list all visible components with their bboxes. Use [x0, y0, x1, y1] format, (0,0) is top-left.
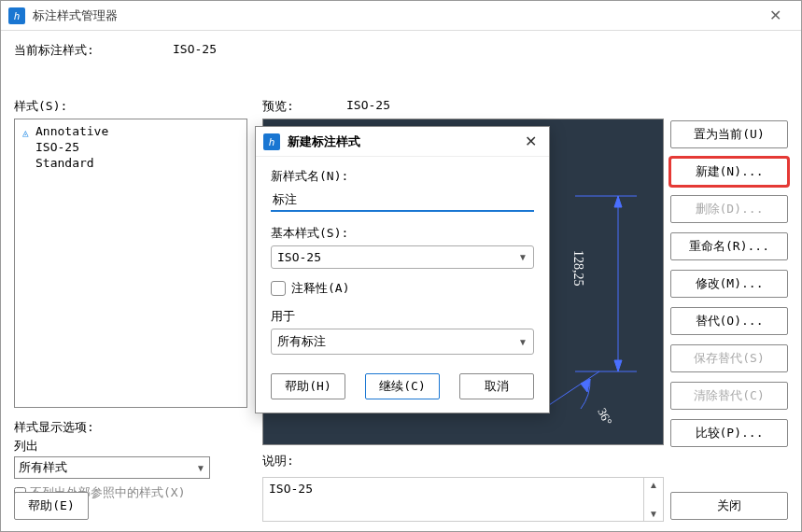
dialog-cancel-button[interactable]: 取消 — [459, 373, 534, 399]
base-style-label: 基本样式(S): — [271, 225, 534, 242]
current-style-label: 当前标注样式: — [14, 42, 173, 59]
window-close-button[interactable]: ✕ — [756, 7, 794, 24]
preview-label: 预览: — [262, 98, 346, 115]
chevron-down-icon: ▼ — [518, 337, 528, 347]
save-override-button: 保存替代(S) — [670, 344, 788, 372]
delete-button: 删除(D)... — [670, 195, 788, 223]
help-bottom-button[interactable]: 帮助(E) — [14, 492, 89, 520]
use-for-label: 用于 — [271, 308, 534, 325]
close-button[interactable]: 关闭 — [670, 492, 788, 520]
description-box: ISO-25 — [262, 477, 643, 522]
dialog-close-button[interactable]: ✕ — [519, 133, 542, 150]
use-for-select[interactable]: 所有标注 ▼ — [271, 329, 534, 355]
annotative-label: 注释性(A) — [291, 280, 349, 297]
chevron-down-icon: ▼ — [196, 463, 205, 473]
scroll-down-icon[interactable]: ▼ — [649, 509, 658, 519]
angle-text: 36° — [595, 406, 614, 427]
dim-text: 128,25 — [571, 250, 585, 287]
new-button[interactable]: 新建(N)... — [670, 158, 788, 186]
list-filter-value: 所有样式 — [19, 459, 67, 476]
annotative-icon: ◬ — [22, 127, 34, 138]
styles-label: 样式(S): — [14, 98, 247, 115]
styles-listbox[interactable]: ◬Annotative ISO-25 Standard — [14, 119, 247, 408]
list-item[interactable]: Standard — [21, 155, 241, 171]
description-label: 说明: — [262, 453, 661, 469]
set-current-button[interactable]: 置为当前(U) — [670, 120, 788, 148]
description-scrollbar[interactable]: ▲ ▼ — [643, 477, 664, 522]
modify-button[interactable]: 修改(M)... — [670, 270, 788, 298]
annotative-checkbox[interactable]: 注释性(A) — [271, 280, 534, 297]
override-button[interactable]: 替代(O)... — [670, 307, 788, 335]
svg-line-5 — [543, 371, 599, 409]
dialog-continue-button[interactable]: 继续(C) — [365, 373, 440, 399]
scroll-up-icon[interactable]: ▲ — [649, 480, 658, 490]
svg-marker-3 — [614, 196, 622, 207]
dialog-help-button[interactable]: 帮助(H) — [271, 373, 345, 399]
window-title: 标注样式管理器 — [33, 7, 756, 24]
svg-marker-6 — [581, 379, 590, 392]
clear-override-button: 清除替代(C) — [670, 382, 788, 410]
base-style-select[interactable]: ISO-25 ▼ — [271, 245, 534, 269]
list-item[interactable]: ◬Annotative — [21, 123, 241, 139]
list-filter-combo[interactable]: 所有样式 ▼ — [14, 456, 210, 479]
preview-style-name: ISO-25 — [346, 98, 390, 115]
chevron-down-icon: ▼ — [518, 252, 528, 262]
compare-button[interactable]: 比较(P)... — [670, 419, 788, 447]
new-name-input[interactable] — [271, 189, 534, 212]
list-item[interactable]: ISO-25 — [21, 139, 241, 155]
base-style-value: ISO-25 — [277, 250, 321, 264]
svg-marker-4 — [614, 360, 622, 371]
rename-button[interactable]: 重命名(R)... — [670, 232, 788, 260]
current-style-value: ISO-25 — [173, 42, 217, 59]
checkbox-box[interactable] — [271, 281, 286, 296]
use-for-value: 所有标注 — [277, 333, 326, 350]
app-icon: h — [8, 7, 25, 24]
new-style-dialog: h 新建标注样式 ✕ 新样式名(N): 基本样式(S): ISO-25 ▼ 注释… — [255, 126, 550, 413]
display-options-label: 样式显示选项: — [14, 419, 247, 436]
dialog-title: 新建标注样式 — [288, 133, 519, 150]
list-label: 列出 — [14, 438, 247, 455]
new-name-label: 新样式名(N): — [271, 168, 534, 185]
dialog-icon: h — [263, 133, 280, 150]
